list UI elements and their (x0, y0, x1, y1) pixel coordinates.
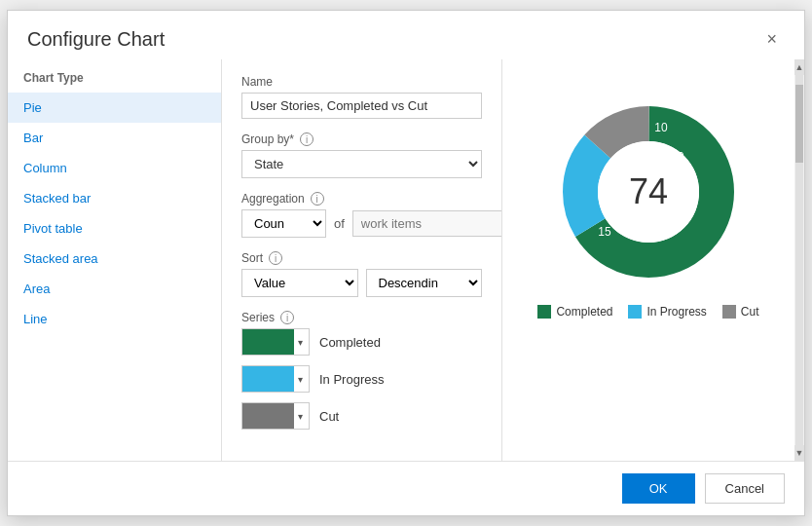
series-color-inprogress-btn[interactable]: ▾ (241, 365, 310, 393)
aggregation-field-group: Aggregation i Coun Sum Average of (241, 192, 482, 238)
sidebar-item-column[interactable]: Column (8, 153, 221, 183)
sidebar-item-stacked-bar[interactable]: Stacked bar (8, 183, 221, 213)
chart-type-sidebar: Chart Type Pie Bar Column Stacked bar Pi… (8, 59, 222, 461)
sort-info-icon[interactable]: i (269, 251, 282, 265)
sidebar-item-pivot-table[interactable]: Pivot table (8, 213, 221, 244)
dialog-scrollbar: ▲ ▼ (794, 59, 804, 461)
chart-preview-area: 49 15 10 74 Completed In Progress (502, 59, 794, 461)
sort-direction-select[interactable]: Descendin Ascending (366, 269, 483, 297)
series-item-cut: ▾ Cut (241, 402, 482, 430)
chart-legend: Completed In Progress Cut (537, 305, 758, 319)
aggregation-label: Aggregation i (241, 192, 482, 206)
legend-item-completed: Completed (537, 305, 612, 319)
aggregation-of-text: of (334, 216, 345, 231)
group-by-info-icon[interactable]: i (300, 132, 314, 146)
sidebar-item-area[interactable]: Area (8, 274, 221, 304)
sidebar-item-stacked-area[interactable]: Stacked area (8, 244, 221, 274)
group-by-select[interactable]: State Assigned To Priority (241, 150, 482, 178)
scrollbar-down-arrow[interactable]: ▼ (794, 445, 804, 461)
sidebar-item-line[interactable]: Line (8, 304, 221, 334)
legend-label-completed: Completed (556, 305, 612, 319)
sort-label: Sort i (241, 251, 482, 265)
series-color-completed-btn[interactable]: ▾ (241, 328, 310, 356)
aggregation-row: Coun Sum Average of (241, 209, 482, 238)
donut-center-value: 74 (629, 171, 668, 212)
aggregation-field-input[interactable] (352, 210, 502, 237)
legend-label-inprogress: In Progress (646, 305, 706, 319)
series-field-group: Series i ▾ Completed ▾ (241, 311, 482, 430)
series-item-in-progress: ▾ In Progress (241, 365, 482, 393)
aggregation-info-icon[interactable]: i (311, 192, 324, 206)
ok-button[interactable]: OK (622, 473, 695, 504)
name-field-group: Name (241, 75, 482, 119)
cut-value-label: 10 (654, 121, 668, 134)
inprogress-value-label: 15 (598, 225, 611, 239)
legend-label-cut: Cut (741, 305, 759, 319)
dialog-body: Chart Type Pie Bar Column Stacked bar Pi… (8, 59, 804, 461)
inprogress-color-swatch (242, 366, 294, 392)
sort-row: Value Label Descendin Ascending (241, 269, 482, 297)
series-color-cut-btn[interactable]: ▾ (241, 402, 310, 430)
chart-type-section-title: Chart Type (8, 71, 221, 93)
cut-series-label: Cut (319, 409, 339, 424)
group-by-field-group: Group by* i State Assigned To Priority (241, 132, 482, 178)
inprogress-series-label: In Progress (319, 372, 384, 387)
dialog-title: Configure Chart (27, 28, 165, 51)
name-label: Name (241, 75, 482, 89)
scrollbar-track (795, 75, 803, 445)
cancel-button[interactable]: Cancel (705, 473, 785, 504)
dialog-footer: OK Cancel (8, 461, 804, 515)
cut-color-swatch (242, 403, 294, 429)
legend-swatch-cut (722, 305, 736, 319)
completed-series-label: Completed (319, 335, 381, 350)
legend-item-cut: Cut (722, 305, 759, 319)
group-by-label: Group by* i (241, 132, 482, 146)
scrollbar-thumb[interactable] (795, 85, 803, 163)
completed-color-swatch (242, 329, 294, 355)
donut-chart: 49 15 10 74 (551, 94, 746, 289)
sort-field-select[interactable]: Value Label (241, 269, 358, 297)
name-input[interactable] (241, 93, 482, 119)
legend-item-inprogress: In Progress (628, 305, 706, 319)
configure-chart-dialog: Configure Chart × Chart Type Pie Bar Col… (7, 10, 805, 516)
legend-swatch-completed (537, 305, 551, 319)
scrollbar-up-arrow[interactable]: ▲ (794, 59, 804, 75)
close-button[interactable]: × (758, 26, 785, 52)
legend-swatch-inprogress (628, 305, 642, 319)
cut-dropdown-arrow: ▾ (296, 411, 305, 422)
series-label: Series i (241, 311, 482, 324)
sidebar-item-bar[interactable]: Bar (8, 123, 221, 153)
sidebar-item-pie[interactable]: Pie (8, 93, 221, 123)
completed-value-label: 49 (671, 150, 684, 164)
series-item-completed: ▾ Completed (241, 328, 482, 356)
inprogress-dropdown-arrow: ▾ (296, 374, 305, 385)
dialog-header: Configure Chart × (8, 11, 804, 59)
config-panel: Name Group by* i State Assigned To Prior… (222, 59, 502, 461)
sort-field-group: Sort i Value Label Descendin Ascending (241, 251, 482, 297)
series-info-icon[interactable]: i (280, 311, 294, 324)
aggregation-type-select[interactable]: Coun Sum Average (241, 209, 326, 238)
completed-dropdown-arrow: ▾ (296, 337, 305, 348)
